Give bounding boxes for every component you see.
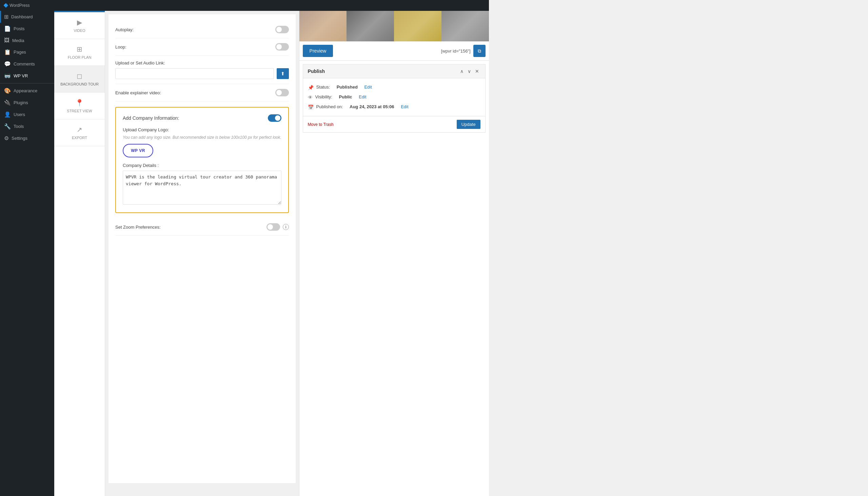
- published-value: Aug 24, 2023 at 05:06: [350, 104, 394, 109]
- sidebar-item-pages[interactable]: 📋 Pages: [0, 46, 54, 58]
- publish-date-row: 📅 Published on: Aug 24, 2023 at 05:06 Ed…: [308, 102, 480, 112]
- sidebar-item-settings[interactable]: ⚙ Settings: [0, 132, 54, 144]
- plugin-sidebar-item-video[interactable]: ▶ VIDEO: [54, 12, 105, 39]
- export-icon: ↗: [77, 125, 82, 134]
- sidebar-label-wp-vr: WP VR: [14, 73, 28, 78]
- visibility-icon: 👁: [308, 95, 312, 100]
- copy-shortcode-button[interactable]: ⧉: [473, 45, 485, 57]
- plugin-sidebar-item-street-view[interactable]: 📍 STREET VIEW: [54, 93, 105, 120]
- plugin-sidebar-item-background-tour[interactable]: ◻ BACKGROUND TOUR: [54, 66, 105, 93]
- upload-logo-label: Upload Company Logo:: [123, 127, 282, 132]
- upload-icon: ⬆: [281, 71, 285, 76]
- move-to-trash-link[interactable]: Move to Trash: [308, 122, 334, 127]
- settings-icon: ⚙: [4, 135, 9, 141]
- background-tour-icon: ◻: [77, 72, 82, 80]
- company-info-slider: [268, 114, 282, 122]
- audio-upload-button[interactable]: ⬆: [277, 68, 289, 79]
- posts-icon: 📄: [4, 26, 11, 32]
- media-icon: 🖼: [4, 37, 10, 43]
- sidebar-item-users[interactable]: 👤 Users: [0, 109, 54, 121]
- sidebar-label-settings: Settings: [12, 136, 28, 141]
- shortcode-text: [wpvr id="156"]: [441, 48, 471, 53]
- sidebar-item-tools[interactable]: 🔧 Tools: [0, 121, 54, 132]
- published-edit-link[interactable]: Edit: [401, 104, 408, 109]
- plugin-sidebar: ▶ VIDEO ⊞ FLOOR PLAN ◻ BACKGROUND TOUR 📍…: [54, 11, 105, 496]
- plugin-sidebar-label-background-tour: BACKGROUND TOUR: [60, 82, 99, 86]
- loop-toggle[interactable]: [275, 43, 289, 50]
- visibility-edit-link[interactable]: Edit: [359, 94, 366, 99]
- admin-bar-label: 🔷 WordPress: [3, 3, 30, 8]
- autoplay-slider: [275, 26, 289, 33]
- sidebar-label-posts: Posts: [14, 26, 25, 31]
- publish-visibility-row: 👁 Visibility: Public Edit: [308, 92, 480, 102]
- preview-image-4: [441, 11, 489, 41]
- right-panel: Preview [wpvr id="156"] ⧉ Publish ∧ ∨ ✕: [299, 11, 489, 496]
- status-edit-link[interactable]: Edit: [364, 84, 372, 90]
- audio-label: Upload or Set Audio Link:: [115, 60, 289, 65]
- preview-image-2: [347, 11, 394, 41]
- company-details-label: Company Details :: [123, 163, 282, 168]
- explainer-label: Enable explainer video:: [115, 90, 161, 95]
- sidebar-item-dashboard[interactable]: ⊞ Dashboard: [0, 11, 54, 23]
- loop-label: Loop:: [115, 44, 127, 49]
- sidebar-item-plugins[interactable]: 🔌 Plugins: [0, 97, 54, 109]
- logo-preview: WP VR: [123, 144, 153, 157]
- zoom-toggle[interactable]: [267, 223, 280, 231]
- sidebar-item-appearance[interactable]: 🎨 Appearance: [0, 85, 54, 97]
- sidebar-item-media[interactable]: 🖼 Media: [0, 35, 54, 46]
- sidebar-label-pages: Pages: [14, 49, 26, 55]
- publish-collapse-down-button[interactable]: ∨: [466, 68, 472, 75]
- zoom-controls: ℹ: [267, 223, 289, 231]
- publish-status-row: 📌 Status: Published Edit: [308, 82, 480, 92]
- publish-body: 📌 Status: Published Edit 👁 Visibility: P…: [303, 78, 485, 116]
- sidebar-item-wp-vr[interactable]: 🥽 WP VR: [0, 70, 54, 82]
- loop-row: Loop:: [115, 38, 289, 56]
- publish-controls: ∧ ∨ ✕: [459, 68, 480, 75]
- shortcode-area: [wpvr id="156"] ⧉: [441, 45, 485, 57]
- video-icon: ▶: [77, 18, 82, 27]
- tools-icon: 🔧: [4, 123, 11, 129]
- status-icon: 📌: [308, 85, 314, 90]
- autoplay-toggle[interactable]: [275, 26, 289, 33]
- plugin-sidebar-item-floor-plan[interactable]: ⊞ FLOOR PLAN: [54, 39, 105, 66]
- publish-close-button[interactable]: ✕: [474, 68, 480, 75]
- status-value: Published: [337, 84, 358, 90]
- wp-sidebar: ⊞ Dashboard 📄 Posts 🖼 Media 📋 Pages 💬 Co…: [0, 11, 54, 496]
- preview-button[interactable]: Preview: [303, 45, 333, 57]
- sidebar-item-posts[interactable]: 📄 Posts: [0, 23, 54, 35]
- publish-footer: Move to Trash Update: [303, 116, 485, 132]
- preview-shortcode-row: Preview [wpvr id="156"] ⧉: [300, 41, 489, 61]
- copy-icon: ⧉: [478, 48, 481, 54]
- logo-hint: You can add any logo size. But recommend…: [123, 134, 282, 140]
- publish-collapse-up-button[interactable]: ∧: [459, 68, 465, 75]
- plugin-sidebar-label-video: VIDEO: [74, 29, 85, 33]
- audio-input[interactable]: [115, 68, 274, 79]
- sidebar-label-tools: Tools: [14, 124, 24, 129]
- explainer-row: Enable explainer video:: [115, 84, 289, 102]
- explainer-slider: [275, 89, 289, 96]
- appearance-icon: 🎨: [4, 88, 11, 94]
- company-info-box: Add Company Information: Upload Company …: [115, 107, 289, 213]
- zoom-label: Set Zoom Preferences:: [115, 224, 161, 230]
- plugin-sidebar-item-export[interactable]: ↗ EXPORT: [54, 120, 105, 146]
- floor-plan-icon: ⊞: [77, 45, 82, 53]
- pages-icon: 📋: [4, 49, 11, 55]
- autoplay-row: Autoplay:: [115, 21, 289, 38]
- plugin-sidebar-label-floor-plan: FLOOR PLAN: [68, 55, 92, 59]
- zoom-info-icon[interactable]: ℹ: [283, 224, 289, 230]
- street-view-icon: 📍: [75, 99, 84, 107]
- autoplay-label: Autoplay:: [115, 27, 133, 32]
- published-label: Published on:: [316, 104, 343, 109]
- sidebar-item-comments[interactable]: 💬 Comments: [0, 58, 54, 70]
- status-label: Status:: [316, 84, 330, 90]
- company-info-toggle[interactable]: [268, 114, 282, 122]
- zoom-slider: [267, 223, 280, 231]
- sidebar-label-dashboard: Dashboard: [11, 14, 33, 19]
- plugin-sidebar-label-street-view: STREET VIEW: [67, 109, 92, 113]
- company-details-section: Company Details : WPVR is the leading vi…: [123, 163, 282, 206]
- company-details-textarea[interactable]: WPVR is the leading virtual tour creator…: [123, 171, 282, 205]
- preview-image-1: [300, 11, 347, 41]
- plugins-icon: 🔌: [4, 99, 11, 106]
- explainer-toggle[interactable]: [275, 89, 289, 96]
- update-button[interactable]: Update: [457, 120, 480, 129]
